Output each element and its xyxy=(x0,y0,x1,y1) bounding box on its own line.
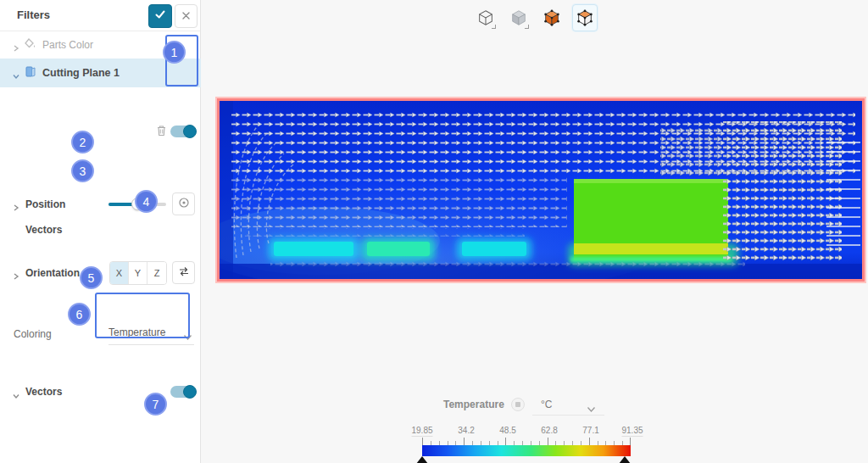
legend-tick: 77.1 xyxy=(582,426,598,435)
legend-tick: 48.5 xyxy=(499,426,515,435)
cutting-plane-icon xyxy=(24,65,36,81)
filtering-row: Filtering xyxy=(0,368,201,390)
project-vectors-row: Project vectors o... xyxy=(0,393,201,419)
unit-dropdown[interactable]: °C xyxy=(541,399,552,410)
legend-tick: 34.2 xyxy=(458,426,474,435)
close-icon xyxy=(181,10,191,23)
annotation-badge-2: 2 xyxy=(71,131,94,153)
annotation-badge-6: 6 xyxy=(68,303,91,326)
grid-spacing-row: Grid spacing 0.01 xyxy=(0,319,201,341)
render-viewport[interactable] xyxy=(217,98,865,282)
annotation-badge-7: 7 xyxy=(144,393,167,416)
annotation-badge-3: 3 xyxy=(71,159,94,182)
view-mode-toolbar xyxy=(473,3,598,33)
annotation-badge-1: 1 xyxy=(163,41,186,64)
position-row: Position xyxy=(0,96,201,125)
legend-header: Temperature °C xyxy=(398,392,653,416)
color-legend: Temperature °C 19.85 34.2 48.5 62.8 77.1… xyxy=(398,392,653,463)
scale-factor-row: Scale factor 0.06 xyxy=(0,295,201,317)
view-solid-cube-icon[interactable] xyxy=(506,4,531,31)
range-min-marker[interactable] xyxy=(416,456,428,463)
filters-panel: Filters Parts Color xyxy=(0,0,201,463)
check-icon xyxy=(154,8,166,24)
legend-max-value[interactable]: 91.35 xyxy=(621,426,643,437)
view-shaded-cube-icon[interactable] xyxy=(539,4,565,31)
close-button[interactable] xyxy=(175,4,198,28)
paint-bucket-icon xyxy=(24,37,36,53)
legend-tick-marks xyxy=(422,438,631,445)
legend-settings-icon xyxy=(515,402,520,407)
legend-min-value[interactable]: 19.85 xyxy=(411,426,432,437)
coloring-row: Coloring Temperature xyxy=(0,161,201,187)
view-shaded-edges-cube-icon[interactable] xyxy=(572,4,598,31)
legend-field-label: Temperature xyxy=(443,399,504,410)
vectors-header-row: Vectors xyxy=(0,190,201,215)
annotation-badge-4: 4 xyxy=(135,190,158,213)
clip-model-row: Clip model xyxy=(0,449,201,463)
legend-tick: 62.8 xyxy=(541,426,557,435)
annotation-badge-5: 5 xyxy=(80,266,103,289)
vectors-section-title: Vectors xyxy=(25,224,62,236)
vector-field-row: Vector field Velocity xyxy=(0,242,201,265)
opacity-row: Opacity 1 xyxy=(0,422,201,446)
temperature-colorbar xyxy=(422,445,631,456)
filters-header: Filters xyxy=(0,0,200,31)
range-max-marker[interactable] xyxy=(619,456,631,463)
legend-settings-button[interactable] xyxy=(511,398,525,411)
chevron-down-icon[interactable] xyxy=(12,69,20,77)
cutting-plane-render xyxy=(220,101,862,279)
filter-label: Parts Color xyxy=(42,39,93,51)
app-window: Filters Parts Color xyxy=(0,0,868,463)
legend-tick-labels: 19.85 34.2 48.5 62.8 77.1 91.35 xyxy=(405,426,646,436)
panel-title: Filters xyxy=(17,8,50,21)
chevron-right-icon[interactable] xyxy=(12,41,20,49)
apply-button[interactable] xyxy=(148,4,172,28)
filter-label: Cutting Plane 1 xyxy=(42,67,120,79)
clamping-row: Clamping xyxy=(0,343,201,365)
orientation-row: Orientation X Y Z xyxy=(0,130,201,159)
view-wireframe-cube-icon[interactable] xyxy=(473,4,498,31)
